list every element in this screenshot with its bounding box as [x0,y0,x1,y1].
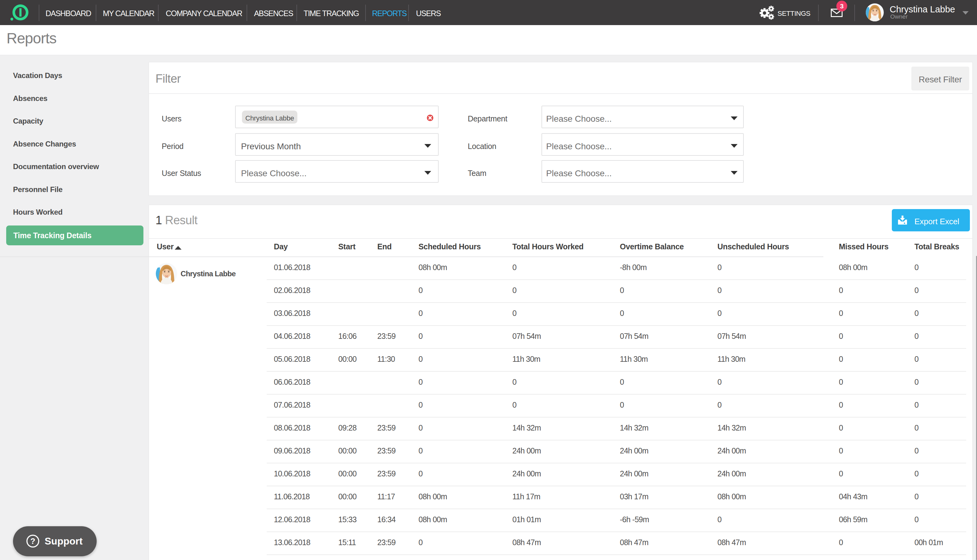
svg-text:?: ? [30,537,35,546]
